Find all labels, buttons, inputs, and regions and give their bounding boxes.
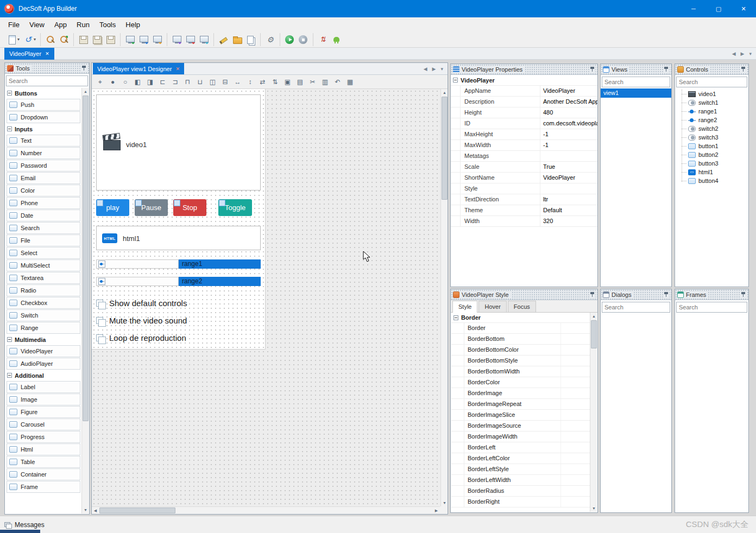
control-tree-item[interactable]: switch2 (675, 124, 748, 133)
controls-panel-header[interactable]: Controls (675, 64, 748, 75)
designer-tabs-menu-icon[interactable]: ▾ (440, 66, 443, 72)
designer-canvas[interactable]: video1 play Pause Stop (92, 89, 448, 514)
canvas-checkbox[interactable]: Loop de reproduction (96, 332, 261, 343)
tool-group-multimedia[interactable]: Multimedia (5, 334, 81, 345)
style-property-value[interactable] (560, 399, 590, 409)
style-property-value[interactable] (560, 323, 590, 333)
canvas-checkbox[interactable]: Show default controls (96, 297, 261, 308)
new-dialog-button[interactable] (137, 33, 150, 47)
minimize-button[interactable]: ─ (681, 0, 706, 17)
pin-icon[interactable] (663, 291, 669, 298)
style-property-value[interactable] (560, 356, 590, 366)
control-tree-item[interactable]: video1 (675, 90, 748, 98)
maximize-button[interactable]: ▢ (706, 0, 731, 17)
style-property-row[interactable]: BorderBottomColor (451, 345, 590, 356)
tool-item[interactable]: Push (7, 99, 80, 111)
run-app-button[interactable] (284, 33, 296, 47)
style-border-group[interactable]: Border (451, 313, 590, 323)
pin-icon[interactable] (740, 66, 746, 73)
style-property-row[interactable]: BorderImageRepeat (451, 399, 590, 410)
property-value[interactable]: -1 (540, 129, 597, 139)
tool-item[interactable]: Date (7, 210, 80, 221)
property-value[interactable] (540, 183, 597, 194)
grid-settings-tool[interactable]: ▦ (344, 77, 356, 87)
pin-icon[interactable] (663, 66, 669, 73)
style-property-value[interactable] (560, 345, 590, 355)
scroll-up-icon[interactable]: ▲ (82, 88, 89, 95)
designer-vertical-scrollbar[interactable]: ▲ ▼ (440, 89, 448, 506)
paste-style-tool[interactable]: ▤ (294, 77, 306, 87)
style-property-row[interactable]: BorderImage (451, 388, 590, 399)
controls-search-input[interactable] (676, 77, 747, 87)
canvas-videoplayer[interactable]: video1 (96, 94, 261, 191)
duplicate-control-tool[interactable]: ▣ (281, 77, 294, 87)
style-property-row[interactable]: BorderImageSource (451, 421, 590, 432)
app-tab-videoplayer[interactable]: VideoPlayer ✕ (4, 48, 54, 60)
pin-icon[interactable] (589, 291, 595, 298)
control-tree-item[interactable]: button1 (675, 142, 748, 150)
collapse-icon[interactable] (453, 315, 458, 320)
tabs-menu-icon[interactable]: ▾ (749, 51, 752, 56)
style-property-row[interactable]: BorderImageWidth (451, 432, 590, 442)
pin-icon[interactable] (589, 66, 595, 73)
scrollbar-thumb[interactable] (442, 97, 448, 200)
style-property-value[interactable] (560, 442, 590, 453)
scroll-up-icon[interactable]: ▲ (590, 313, 597, 320)
select-pointer-tool[interactable]: ⌖ (94, 77, 106, 87)
style-scrollbar[interactable]: ▲ ▼ (590, 313, 597, 512)
remove-view-button[interactable] (184, 33, 197, 47)
style-panel-header[interactable]: VideoPlayer Style (451, 289, 597, 300)
tool-item[interactable]: Figure (7, 406, 80, 418)
export-app-button[interactable] (104, 33, 117, 47)
property-row[interactable]: ID com.decsoft.videoplay (451, 118, 597, 129)
scroll-left-icon[interactable]: ◀ (92, 507, 99, 514)
tool-item[interactable]: Phone (7, 197, 80, 209)
style-property-value[interactable] (560, 432, 590, 442)
tool-item[interactable]: Progress (7, 431, 80, 443)
menu-item[interactable]: Tools (94, 18, 121, 31)
pin-icon[interactable] (81, 65, 87, 72)
tool-item[interactable]: Text (7, 135, 80, 147)
style-property-value[interactable] (560, 421, 590, 431)
tool-item[interactable]: VideoPlayer (7, 345, 80, 357)
style-property-row[interactable]: BorderBottomWidth (451, 366, 590, 377)
property-row[interactable]: ShortName VideoPlayer (451, 173, 597, 183)
views-search-input[interactable] (602, 77, 670, 87)
open-project-folder-button[interactable] (231, 33, 243, 47)
collapse-icon[interactable] (7, 373, 12, 378)
view-item[interactable]: view1 (601, 88, 671, 98)
designer-tabs-left-icon[interactable]: ◀ (424, 66, 427, 72)
tool-item[interactable]: Html (7, 443, 80, 455)
lock-controls-tool[interactable]: ● (106, 77, 119, 87)
tool-item[interactable]: Table (7, 456, 80, 468)
canvas-checkbox[interactable]: Mute the video sound (96, 315, 261, 326)
property-row[interactable]: MaxHeight -1 (451, 129, 597, 140)
tool-item[interactable]: Carousel (7, 418, 80, 430)
tool-item[interactable]: MultiSelect (7, 259, 80, 271)
properties-panel-header[interactable]: VideoPlayer Properties (451, 64, 597, 75)
find-button[interactable] (44, 33, 56, 47)
properties-object-group[interactable]: VideoPlayer (451, 75, 597, 86)
stop-app-button[interactable] (297, 33, 310, 47)
tools-scrollbar[interactable]: ▲ ▼ (81, 88, 89, 513)
control-tree-item[interactable]: button4 (675, 176, 748, 185)
center-horizontally-tool[interactable]: ◫ (206, 77, 219, 87)
canvas-html[interactable]: HTML html1 (96, 226, 261, 250)
align-top-tool[interactable]: ⊓ (181, 77, 194, 87)
property-value[interactable]: Default (540, 205, 597, 215)
undo-designer-tool[interactable]: ↶ (331, 77, 344, 87)
style-tab[interactable]: Focus (508, 301, 536, 312)
property-value[interactable]: -1 (540, 140, 597, 150)
style-property-row[interactable]: BorderLeft (451, 442, 590, 453)
canvas-button-stop[interactable]: Stop (173, 199, 206, 216)
style-property-value[interactable] (560, 486, 590, 496)
scrollbar-thumb[interactable] (99, 507, 175, 513)
space-horizontally-tool[interactable]: ⇄ (256, 77, 269, 87)
control-tree-item[interactable]: button3 (675, 159, 748, 168)
rename-view-button[interactable] (171, 33, 183, 47)
send-to-back-tool[interactable]: ◨ (144, 77, 156, 87)
style-property-row[interactable]: Border (451, 323, 590, 334)
tabs-scroll-left-icon[interactable]: ◀ (732, 51, 736, 56)
property-row[interactable]: AppName VideoPlayer (451, 86, 597, 97)
save-all-button[interactable] (91, 33, 103, 47)
